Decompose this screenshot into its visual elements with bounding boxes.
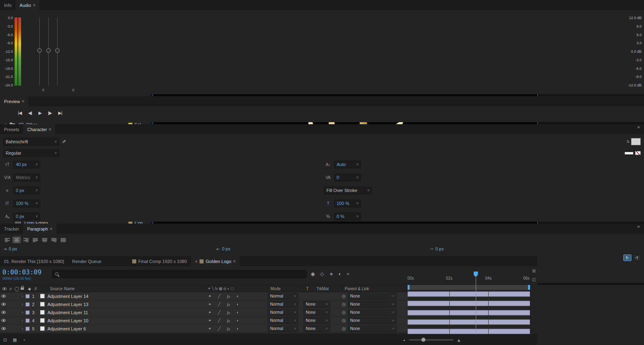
column-mode[interactable]: Mode [268, 285, 303, 292]
timeline-search-input[interactable] [61, 271, 303, 277]
eye-icon[interactable] [0, 326, 7, 331]
quality-icon[interactable]: ╱ [218, 326, 220, 331]
mode-dropdown[interactable]: Normal [268, 301, 298, 308]
fill-stroke-mode-dropdown[interactable]: Fill Over Stroke [324, 187, 372, 194]
mode-dropdown[interactable]: Normal [268, 317, 298, 324]
toggle-transfer-pane-icon[interactable]: ▦ [13, 337, 17, 343]
panel-menu-icon[interactable]: ≡ [22, 99, 24, 104]
quality-icon[interactable]: ╱ [218, 302, 220, 307]
timeline-tab[interactable]: × Golden Logo ≡ [191, 256, 240, 266]
parent-dropdown[interactable]: None [348, 309, 397, 316]
draft-3d-icon[interactable]: ◇ [320, 271, 324, 277]
tab-paragraph[interactable]: Paragraph ≡ [23, 224, 56, 234]
quality-icon[interactable]: ╱ [218, 318, 220, 323]
motion-blur-icon[interactable]: ◐ [236, 326, 239, 331]
font-family-dropdown[interactable]: Bahnschrift [3, 138, 59, 146]
layer-duration-bar[interactable] [408, 319, 530, 325]
time-ruler[interactable]: :00s 02s 04s 06s [408, 266, 530, 285]
label-color-swatch[interactable] [26, 319, 32, 323]
quality-icon[interactable]: ╱ [218, 310, 220, 315]
zoom-slider-knob[interactable] [421, 338, 425, 342]
eye-icon[interactable] [0, 302, 7, 307]
label-color-swatch[interactable] [26, 302, 32, 306]
no-stroke-swatch[interactable] [635, 151, 641, 155]
audio-gain-knob-right[interactable] [55, 48, 60, 53]
timeline-track-area[interactable]: :00s 02s 04s 06s [408, 266, 530, 334]
swap-fill-stroke-icon[interactable]: ⇅ [626, 140, 629, 144]
parent-dropdown[interactable]: None [348, 301, 397, 308]
previous-frame-button[interactable]: ◀| [28, 110, 32, 116]
layer-row[interactable]: › 1 Adjustment Layer 14 ✦ ╱ fx ◐ Normal [0, 292, 408, 300]
tsume-field[interactable]: 0 % [334, 213, 361, 220]
tab-audio[interactable]: Audio ≡ [15, 0, 39, 10]
parent-dropdown[interactable]: None [348, 317, 397, 324]
motion-blur-icon[interactable]: ◐ [339, 271, 341, 277]
label-color-swatch[interactable] [26, 327, 32, 331]
leading-dropdown[interactable]: Auto [334, 161, 361, 168]
comp-marker-icon[interactable]: ⊞ [532, 269, 535, 273]
layer-row[interactable]: › 3 Adjustment Layer 11 ✦ ╱ fx ◐ Normal … [0, 308, 408, 317]
align-button[interactable] [41, 237, 49, 243]
align-button[interactable] [50, 237, 58, 243]
align-button[interactable] [13, 237, 21, 243]
layer-duration-bar[interactable] [408, 310, 530, 315]
fx-icon[interactable]: fx [227, 326, 230, 331]
align-button[interactable] [31, 237, 39, 243]
tab-info[interactable]: Info [0, 0, 15, 10]
label-color-swatch[interactable] [26, 294, 32, 298]
fill-color-swatch[interactable] [631, 138, 641, 145]
last-frame-button[interactable]: ▶| [58, 110, 62, 116]
next-frame-button[interactable]: |▶ [48, 110, 52, 116]
motion-blur-icon[interactable]: ◐ [236, 318, 239, 323]
twirl-icon[interactable]: › [19, 310, 26, 315]
panel-overflow-icon[interactable]: » [633, 124, 644, 134]
timeline-tab[interactable]: Render Queue [68, 256, 105, 266]
stroke-color-swatch[interactable] [625, 152, 633, 155]
panel-menu-icon[interactable]: ≡ [50, 226, 52, 231]
layer-duration-bar[interactable] [408, 291, 530, 297]
trkmat-dropdown[interactable]: None [303, 309, 330, 316]
trkmat-dropdown[interactable]: None [303, 317, 330, 324]
playhead-line[interactable] [476, 278, 476, 334]
panel-menu-icon[interactable]: ≡ [49, 127, 52, 132]
label-color-swatch[interactable] [26, 310, 32, 315]
close-icon[interactable]: × [195, 259, 197, 264]
motion-blur-icon[interactable]: ◐ [236, 294, 239, 299]
collapse-icon[interactable]: ✦ [208, 294, 211, 299]
collapse-icon[interactable]: ✦ [208, 302, 211, 307]
pickwhip-icon[interactable]: ◎ [342, 310, 346, 315]
eye-icon[interactable] [0, 310, 7, 315]
indent-left-field[interactable]: ⇥ 0 px [3, 246, 214, 251]
layer-duration-bar[interactable] [408, 301, 530, 306]
comp-mini-flowchart-icon[interactable]: ◉ [311, 271, 315, 277]
panel-menu-icon[interactable]: ≡ [233, 259, 236, 263]
panel-menu-icon[interactable]: ≡ [33, 3, 36, 7]
fx-icon[interactable]: fx [227, 294, 230, 299]
pickwhip-icon[interactable]: ◎ [342, 293, 346, 299]
eye-icon[interactable] [0, 294, 7, 299]
layer-row[interactable]: › 5 Adjustment Layer 6 ✦ ╱ fx ◐ Normal N… [0, 325, 408, 333]
toggle-switches-pane-icon[interactable]: ⊡ [3, 337, 7, 343]
tab-tracker[interactable]: Tracker [0, 224, 23, 234]
pickwhip-icon[interactable]: ◎ [342, 326, 346, 331]
align-button[interactable] [22, 237, 30, 243]
play-button[interactable]: ▶ [39, 110, 41, 116]
motion-blur-icon[interactable]: ◐ [236, 310, 239, 315]
baseline-shift-field[interactable]: 0 px [13, 213, 40, 220]
layer-duration-bar[interactable] [408, 329, 530, 334]
graph-editor-icon[interactable]: ≈ [347, 271, 350, 277]
layer-name[interactable]: Adjustment Layer 13 [47, 302, 205, 307]
column-trkmat[interactable]: T TrkMat [303, 285, 342, 292]
audio-gain-knob-left[interactable] [37, 48, 42, 53]
audio-gain-knob-master[interactable] [46, 48, 51, 53]
kerning-dropdown[interactable]: Metrics [13, 174, 40, 181]
parent-dropdown[interactable]: None [348, 293, 397, 300]
text-direction-ltr-button[interactable]: ¶› [623, 254, 631, 261]
horizontal-scale-field[interactable]: 100 % [334, 200, 361, 207]
tab-character[interactable]: Character ≡ [23, 124, 55, 134]
align-button[interactable] [3, 237, 11, 243]
parent-dropdown[interactable]: None [348, 326, 397, 332]
comp-button-icon[interactable]: ◫ [532, 277, 536, 282]
fx-icon[interactable]: fx [227, 310, 230, 315]
indent-right-field[interactable]: ⇤ 0 px [217, 246, 427, 251]
